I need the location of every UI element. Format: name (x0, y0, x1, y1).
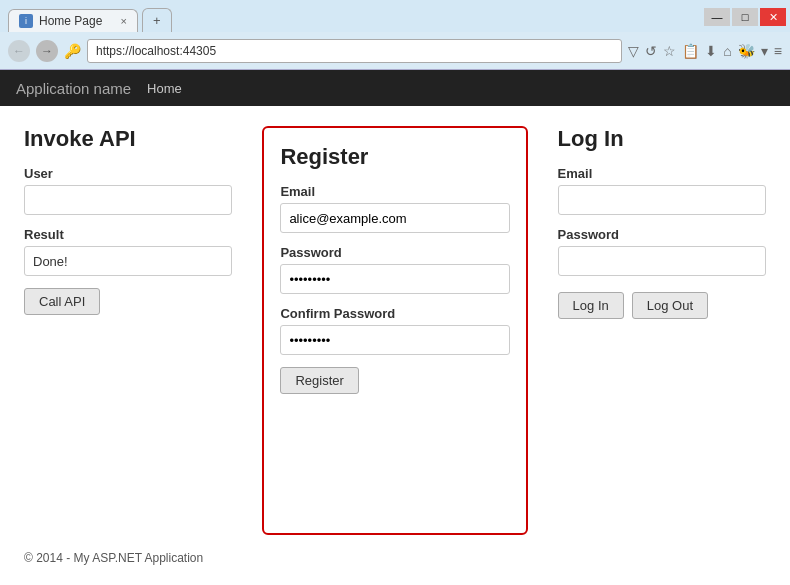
user-label: User (24, 166, 232, 181)
bookmark-icon[interactable]: 📋 (682, 43, 699, 59)
call-api-button[interactable]: Call API (24, 288, 100, 315)
invoke-api-section: Invoke API User Result Done! Call API (24, 126, 252, 535)
register-button[interactable]: Register (280, 367, 358, 394)
menu-icon[interactable]: ≡ (774, 43, 782, 59)
tab-title: Home Page (39, 14, 102, 28)
register-email-input[interactable] (280, 203, 509, 233)
tab-close-button[interactable]: × (121, 15, 127, 27)
invoke-api-title: Invoke API (24, 126, 232, 152)
login-title: Log In (558, 126, 766, 152)
minimize-button[interactable]: — (704, 8, 730, 26)
toolbar-icons: ▽ ↺ ☆ 📋 ⬇ ⌂ 🐝 ▾ ≡ (628, 43, 782, 59)
app-name: Application name (16, 80, 131, 97)
login-password-label: Password (558, 227, 766, 242)
login-buttons-group: Log In Log Out (558, 292, 766, 319)
security-icon: 🔑 (64, 43, 81, 59)
register-email-label: Email (280, 184, 509, 199)
address-input[interactable] (87, 39, 622, 63)
register-confirm-input[interactable] (280, 325, 509, 355)
title-bar: i Home Page × + — □ ✕ (0, 0, 790, 32)
browser-window: i Home Page × + — □ ✕ ← → 🔑 ▽ ↺ ☆ 📋 ⬇ ⌂ … (0, 0, 790, 585)
user-input[interactable] (24, 185, 232, 215)
register-password-label: Password (280, 245, 509, 260)
register-password-input[interactable] (280, 264, 509, 294)
footer: © 2014 - My ASP.NET Application (24, 551, 766, 565)
refresh-icon[interactable]: ↺ (645, 43, 657, 59)
dropdown-icon[interactable]: ▽ (628, 43, 639, 59)
window-controls: — □ ✕ (704, 8, 790, 32)
login-button[interactable]: Log In (558, 292, 624, 319)
logout-button[interactable]: Log Out (632, 292, 708, 319)
main-content: Invoke API User Result Done! Call API Re… (0, 106, 790, 585)
footer-text: © 2014 - My ASP.NET Application (24, 551, 203, 565)
nav-home-link[interactable]: Home (147, 81, 182, 96)
register-confirm-label: Confirm Password (280, 306, 509, 321)
forward-button[interactable]: → (36, 40, 58, 62)
login-email-label: Email (558, 166, 766, 181)
login-section: Log In Email Password Log In Log Out (538, 126, 766, 535)
maximize-button[interactable]: □ (732, 8, 758, 26)
result-label: Result (24, 227, 232, 242)
close-button[interactable]: ✕ (760, 8, 786, 26)
app-navbar: Application name Home (0, 70, 790, 106)
dropdown2-icon[interactable]: ▾ (761, 43, 768, 59)
browser-tab[interactable]: i Home Page × (8, 9, 138, 32)
sections-container: Invoke API User Result Done! Call API Re… (24, 126, 766, 535)
result-box: Done! (24, 246, 232, 276)
login-email-input[interactable] (558, 185, 766, 215)
home-icon[interactable]: ⌂ (723, 43, 731, 59)
register-title: Register (280, 144, 509, 170)
download-icon[interactable]: ⬇ (705, 43, 717, 59)
back-button[interactable]: ← (8, 40, 30, 62)
tools-icon[interactable]: 🐝 (738, 43, 755, 59)
tab-favicon: i (19, 14, 33, 28)
address-bar: ← → 🔑 ▽ ↺ ☆ 📋 ⬇ ⌂ 🐝 ▾ ≡ (0, 32, 790, 70)
login-password-input[interactable] (558, 246, 766, 276)
new-tab-button[interactable]: + (142, 8, 172, 32)
register-section: Register Email Password Confirm Password… (262, 126, 527, 535)
star-icon[interactable]: ☆ (663, 43, 676, 59)
